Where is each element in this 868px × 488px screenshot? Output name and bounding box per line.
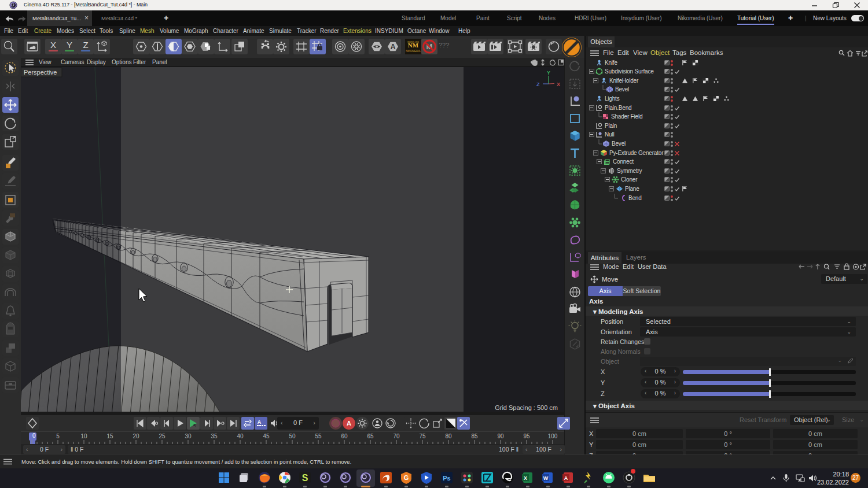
svg-text:A: A [391, 43, 396, 51]
svg-text:10: 10 [80, 433, 87, 439]
svg-text:G: G [404, 474, 409, 481]
svg-text:Z: Z [536, 82, 540, 87]
svg-text:25: 25 [159, 433, 165, 439]
svg-text:Ps: Ps [443, 475, 450, 482]
svg-text:Y: Y [547, 70, 550, 76]
svg-text:NIKOMEDIA: NIKOMEDIA [406, 50, 420, 53]
svg-text:Y: Y [67, 40, 72, 50]
svg-text:X: X [524, 475, 527, 481]
svg-text:X: X [50, 40, 56, 50]
svg-text:5: 5 [56, 433, 60, 439]
svg-text:85: 85 [471, 433, 478, 439]
svg-text:80: 80 [445, 433, 452, 439]
svg-text:60: 60 [341, 433, 348, 439]
svg-text:NUKE-ONI: NUKE-ONI [407, 40, 419, 43]
svg-text:40: 40 [237, 433, 244, 439]
svg-text:Perspective: Perspective [24, 69, 57, 76]
svg-text:15: 15 [106, 433, 113, 439]
svg-text:W: W [543, 475, 549, 481]
svg-text:70: 70 [393, 433, 400, 439]
svg-text:45: 45 [263, 433, 270, 439]
svg-text:90: 90 [497, 433, 504, 439]
svg-text:100: 100 [548, 433, 558, 439]
svg-text:Z: Z [83, 40, 88, 50]
svg-text:Grid Spacing : 500 cm: Grid Spacing : 500 cm [495, 404, 558, 411]
svg-text:30: 30 [185, 433, 192, 439]
svg-text:A: A [564, 475, 568, 481]
svg-text:65: 65 [367, 433, 374, 439]
svg-text:50: 50 [289, 433, 296, 439]
svg-text:95: 95 [523, 433, 530, 439]
svg-text:75: 75 [419, 433, 426, 439]
svg-text:X: X [557, 82, 560, 87]
svg-text:35: 35 [211, 433, 218, 439]
svg-text:55: 55 [315, 433, 322, 439]
svg-text:20: 20 [133, 433, 139, 439]
svg-text:S: S [302, 473, 308, 483]
